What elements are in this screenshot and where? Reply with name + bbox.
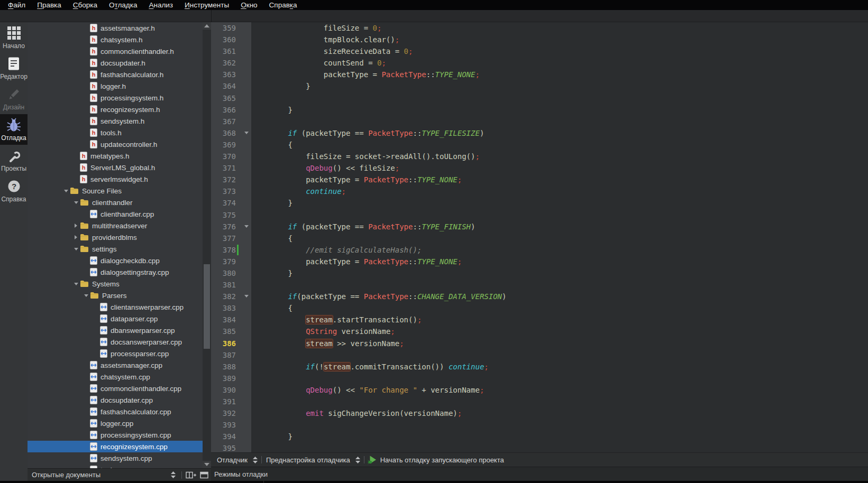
mode-document[interactable]: Редактор — [0, 53, 28, 83]
menu-item[interactable]: Инструменты — [179, 0, 235, 10]
tree-item-docsanswerparser.cpp[interactable]: docsanswerparser.cpp — [28, 336, 211, 348]
code-text[interactable]: QString versionName; — [251, 326, 395, 337]
code-text[interactable]: packetType = PacketType::TYPE_NONE; — [251, 174, 462, 185]
tree-item-dialogcheckdb.cpp[interactable]: dialogcheckdb.cpp — [28, 255, 211, 266]
expand-open-icon[interactable] — [82, 294, 90, 297]
menu-item[interactable]: Справка — [263, 0, 303, 10]
tree-item-processingsystem.h[interactable]: hprocessingsystem.h — [28, 92, 211, 104]
code-text[interactable]: continue; — [251, 185, 346, 197]
code-text[interactable] — [251, 209, 252, 221]
fold-marker-icon[interactable] — [244, 295, 249, 298]
scroll-up-icon[interactable] — [203, 22, 211, 30]
tree-item-Source Files[interactable]: Source Files — [28, 185, 211, 197]
expand-closed-icon[interactable] — [72, 224, 80, 228]
menu-item[interactable]: Файл — [2, 0, 31, 10]
code-text[interactable]: qDebug() << "For change " + versionName; — [251, 384, 484, 396]
code-text[interactable]: } — [251, 80, 310, 92]
code-text[interactable] — [251, 442, 252, 452]
tree-item-recognizesystem.cpp[interactable]: recognizesystem.cpp — [28, 441, 211, 452]
debugger-sort-icon[interactable] — [251, 454, 260, 465]
code-text[interactable] — [251, 419, 252, 431]
tree-item-processingsystem.cpp[interactable]: processingsystem.cpp — [28, 429, 211, 441]
code-text[interactable]: { — [251, 233, 293, 244]
tree-item-commonclienthandler.h[interactable]: hcommonclienthandler.h — [28, 45, 211, 57]
tree-item-Parsers[interactable]: Parsers — [28, 290, 211, 301]
expand-closed-icon[interactable] — [72, 235, 80, 239]
tree-item-assetsmanager.h[interactable]: hassetsmanager.h — [28, 22, 211, 34]
tree-item-docsupdater.h[interactable]: hdocsupdater.h — [28, 57, 211, 69]
expand-open-icon[interactable] — [62, 190, 70, 192]
tree-item-sendsystem.h[interactable]: hsendsystem.h — [28, 115, 211, 127]
code-text[interactable]: stream >> versionName; — [251, 338, 404, 349]
code-text[interactable] — [251, 349, 252, 361]
scrollbar-thumb[interactable] — [204, 264, 210, 349]
code-text[interactable] — [251, 92, 252, 104]
close-panel-icon[interactable] — [199, 470, 209, 480]
tree-item-metatypes.h[interactable]: hmetatypes.h — [28, 150, 211, 162]
tree-item-sendsystem.cpp[interactable]: sendsystem.cpp — [28, 452, 211, 464]
code-text[interactable]: if(packetType == PacketType::CHANGE_DATA… — [251, 291, 506, 302]
tree-item-fasthashcalculator.h[interactable]: hfasthashcalculator.h — [28, 69, 211, 80]
menu-item[interactable]: Правка — [31, 0, 67, 10]
code-text[interactable]: { — [251, 139, 293, 151]
tree-item-ServerLMS_global.h[interactable]: hServerLMS_global.h — [28, 162, 211, 173]
code-text[interactable]: if(!stream.commitTransaction()) continue… — [251, 361, 489, 373]
code-text[interactable] — [251, 373, 252, 384]
code-text[interactable]: packetType = PacketType::TYPE_NONE; — [251, 256, 462, 267]
tree-item-Systems[interactable]: Systems — [28, 278, 211, 290]
debugger-preset-selector[interactable]: Преднастройка отладчика — [263, 456, 353, 464]
tree-item-tools.h[interactable]: htools.h — [28, 127, 211, 138]
code-text[interactable]: countSend = 0; — [251, 57, 386, 69]
code-editor[interactable]: 359 fileSize = 0;360 tmpBlock.clear();36… — [211, 22, 868, 452]
tree-item-assetsmanager.cpp[interactable]: assetsmanager.cpp — [28, 359, 211, 371]
start-debug-icon[interactable] — [368, 454, 377, 465]
expand-open-icon[interactable] — [72, 248, 80, 250]
scroll-down-icon[interactable] — [203, 461, 211, 468]
mode-help[interactable]: ?Справка — [0, 175, 28, 206]
preset-sort-icon[interactable] — [353, 454, 363, 465]
tree-item-chatsystem.h[interactable]: hchatsystem.h — [28, 34, 211, 45]
code-text[interactable]: sizeReceiveData = 0; — [251, 45, 413, 57]
code-text[interactable]: emit sigChangeVersion(versionName); — [251, 407, 462, 419]
tree-item-dialogsettingstray.cpp[interactable]: dialogsettingstray.cpp — [28, 266, 211, 278]
mode-grid[interactable]: Начало — [0, 22, 28, 53]
tree-item-tools.cpp[interactable]: tools.cpp — [28, 464, 211, 468]
code-text[interactable]: fileSize = socket->readAll().toULong(); — [251, 151, 480, 162]
tree-item-dataparser.cpp[interactable]: dataparser.cpp — [28, 313, 211, 324]
tree-item-processparser.cpp[interactable]: processparser.cpp — [28, 348, 211, 359]
fold-marker-icon[interactable] — [244, 225, 249, 228]
menu-item[interactable]: Окно — [235, 0, 263, 10]
code-text[interactable]: } — [251, 431, 293, 442]
tree-item-updatecontroller.h[interactable]: hupdatecontroller.h — [28, 138, 211, 150]
mode-bug[interactable]: Отладка — [0, 114, 28, 145]
tree-item-clientanswerparser.cpp[interactable]: clientanswerparser.cpp — [28, 301, 211, 313]
code-text[interactable] — [251, 279, 252, 291]
tree-item-clienthandler[interactable]: clienthandler — [28, 197, 211, 208]
tree-item-recognizesystem.h[interactable]: hrecognizesystem.h — [28, 104, 211, 115]
tree-item-logger.cpp[interactable]: logger.cpp — [28, 417, 211, 429]
menu-item[interactable]: Отладка — [103, 0, 143, 10]
tree-item-chatsystem.cpp[interactable]: chatsystem.cpp — [28, 371, 211, 383]
tree-item-docsupdater.cpp[interactable]: docsupdater.cpp — [28, 394, 211, 406]
tree-scrollbar[interactable] — [203, 22, 211, 468]
fold-marker-icon[interactable] — [244, 132, 249, 134]
code-text[interactable]: packetType = PacketType::TYPE_NONE; — [251, 69, 480, 80]
tree-item-commonclienthandler.cpp[interactable]: commonclienthandler.cpp — [28, 383, 211, 394]
mode-wrench[interactable]: Проекты — [0, 145, 28, 175]
code-text[interactable]: if (packetType == PacketType::TYPE_FILES… — [251, 127, 484, 139]
code-text[interactable]: tmpBlock.clear(); — [251, 34, 399, 45]
panel-selector-sort-icon[interactable] — [168, 470, 178, 480]
code-text[interactable]: } — [251, 267, 293, 279]
tree-item-clienthandler.cpp[interactable]: clienthandler.cpp — [28, 208, 211, 220]
tree-item-dbanswerparser.cpp[interactable]: dbanswerparser.cpp — [28, 324, 211, 336]
code-text[interactable]: if (packetType == PacketType::TYPE_FINIS… — [251, 221, 475, 233]
code-text[interactable]: fileSize = 0; — [251, 22, 381, 34]
code-text[interactable]: qDebug() << fileSize; — [251, 162, 399, 174]
expand-open-icon[interactable] — [72, 283, 80, 285]
code-text[interactable]: //emit sigCalculateHash(); — [251, 244, 422, 256]
tree-item-fasthashcalculator.cpp[interactable]: fasthashcalculator.cpp — [28, 406, 211, 417]
tree-item-providerdblms[interactable]: providerdblms — [28, 231, 211, 243]
code-text[interactable]: stream.startTransaction(); — [251, 314, 422, 326]
start-debug-button[interactable]: Начать отладку запускающего проекта — [377, 456, 507, 464]
code-text[interactable]: } — [251, 197, 293, 209]
